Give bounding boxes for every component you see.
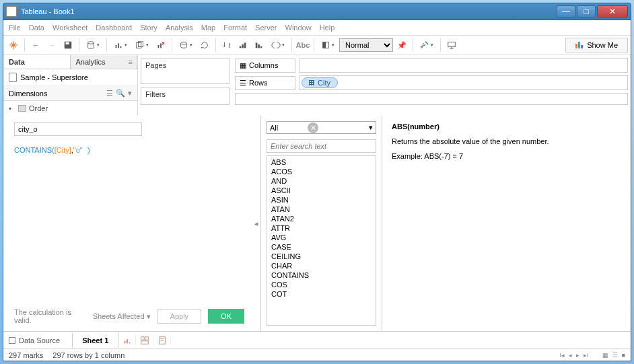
labels-button[interactable]: Abc (295, 38, 310, 52)
run-button[interactable] (197, 38, 212, 52)
svg-rect-24 (145, 336, 148, 339)
pill-city[interactable]: City (302, 77, 338, 88)
menu-data[interactable]: Data (29, 24, 44, 32)
tab-data[interactable]: Data (3, 55, 71, 69)
presentation-button[interactable] (444, 38, 459, 52)
viewsize-button[interactable] (318, 38, 338, 52)
clear-button[interactable] (153, 38, 168, 52)
collapse-handle[interactable]: ◂ (252, 116, 260, 331)
list-item[interactable]: ATTR (267, 223, 376, 233)
menu-format[interactable]: Format (223, 24, 247, 32)
dims-dropdown-icon[interactable]: ▾ (128, 89, 132, 98)
new-worksheet-button[interactable] (110, 38, 131, 52)
minimize-button[interactable]: — (557, 5, 575, 17)
list-item[interactable]: COT (267, 289, 376, 299)
function-help: ABS(number) Returns the absolute value o… (382, 116, 628, 331)
menu-dashboard[interactable]: Dashboard (96, 24, 132, 32)
sort-asc-button[interactable] (236, 38, 250, 52)
columns-shelf[interactable] (300, 58, 628, 73)
function-search-input[interactable] (267, 139, 376, 153)
pages-shelf[interactable]: Pages (141, 58, 230, 84)
sort-desc-button[interactable] (252, 38, 267, 52)
svg-rect-9 (160, 43, 162, 48)
rows-shelf[interactable]: City (300, 75, 628, 90)
calc-name-input[interactable] (14, 122, 142, 136)
menu-worksheet[interactable]: Worksheet (52, 24, 87, 32)
new-story-tab[interactable] (153, 336, 171, 345)
highlight-button[interactable] (417, 38, 437, 52)
list-item[interactable]: CEILING (267, 252, 376, 261)
menu-map[interactable]: Map (201, 24, 215, 32)
list-item[interactable]: CASE (267, 242, 376, 252)
new-worksheet-tab[interactable] (118, 336, 136, 345)
nav-next-icon[interactable]: ▸ (576, 352, 579, 359)
tab-sheet1[interactable]: Sheet 1 (73, 332, 118, 348)
nav-prev-icon[interactable]: ◂ (569, 352, 572, 359)
list-item[interactable]: ACOS (267, 167, 376, 176)
tree-order-folder[interactable]: ▾ Order (7, 104, 133, 113)
new-datasource-button[interactable] (83, 38, 103, 52)
list-item[interactable]: CONTAINS (267, 270, 376, 280)
back-button[interactable]: ← (28, 38, 43, 52)
search-icon[interactable]: 🔍 (116, 89, 125, 98)
menu-help[interactable]: Help (320, 24, 335, 32)
list-item[interactable]: CHAR (267, 261, 376, 270)
dimensions-header: Dimensions ☰ 🔍 ▾ (3, 86, 137, 101)
viz-canvas[interactable] (235, 93, 628, 105)
datasource-tab-icon (9, 337, 15, 344)
columns-icon: ▦ (240, 61, 246, 70)
folder-icon (18, 105, 26, 112)
show-me-button[interactable]: Show Me (565, 38, 628, 52)
nav-last-icon[interactable]: ▸I (584, 352, 589, 359)
svg-rect-18 (323, 42, 326, 48)
status-marks: 297 marks (9, 351, 43, 359)
duplicate-button[interactable] (132, 38, 152, 52)
list-item[interactable]: ASCII (267, 186, 376, 195)
columns-shelf-label: ▦Columns (235, 59, 295, 73)
menu-story[interactable]: Story (140, 24, 157, 32)
sheets-affected-dropdown[interactable]: Sheets Affected ▾ (93, 312, 151, 321)
view-full-icon[interactable]: ■ (622, 352, 625, 359)
caret-down-icon: ▾ (9, 106, 15, 112)
function-list[interactable]: ABS ACOS AND ASCII ASIN ATAN ATAN2 ATTR … (267, 155, 376, 326)
validation-msg: The calculation is valid. (14, 308, 86, 324)
dims-menu-icon[interactable]: ☰ (106, 89, 113, 98)
list-item[interactable]: AND (267, 176, 376, 186)
menu-server[interactable]: Server (255, 24, 277, 32)
pin-button[interactable]: 📌 (394, 38, 409, 52)
datasource-row[interactable]: Sample - Superstore (3, 69, 137, 86)
list-item[interactable]: COS (267, 280, 376, 289)
tab-analytics[interactable]: Analytics (71, 55, 138, 69)
view-list-icon[interactable]: ☰ (612, 352, 618, 359)
menu-file[interactable]: File (9, 24, 21, 32)
list-item[interactable]: ABS (267, 157, 376, 167)
close-button[interactable]: ✕ (597, 5, 628, 17)
group-button[interactable] (268, 38, 288, 52)
fit-select[interactable]: Normal (339, 38, 393, 52)
forward-button[interactable]: → (44, 38, 59, 52)
function-category-select[interactable]: All▾ (267, 121, 376, 134)
svg-rect-1 (66, 42, 69, 45)
list-item[interactable]: ATAN (267, 205, 376, 214)
list-item[interactable]: AVG (267, 233, 376, 242)
pages-label: Pages (145, 61, 225, 69)
tab-data-source[interactable]: Data Source (3, 333, 73, 348)
swap-button[interactable] (219, 38, 234, 52)
filters-shelf[interactable]: Filters (141, 87, 230, 105)
save-button[interactable] (61, 38, 75, 52)
menu-window[interactable]: Window (285, 24, 312, 32)
formula-editor[interactable]: CONTAINS([City],"o" ) (14, 145, 244, 155)
close-icon[interactable]: ✕ (308, 122, 318, 133)
list-item[interactable]: ASIN (267, 195, 376, 205)
new-dashboard-tab[interactable] (136, 336, 153, 345)
menu-analysis[interactable]: Analysis (166, 24, 193, 32)
autoupdate-button[interactable] (176, 38, 196, 52)
ok-button[interactable]: OK (208, 309, 244, 324)
list-item[interactable]: ATAN2 (267, 214, 376, 223)
nav-first-icon[interactable]: I◂ (560, 352, 565, 359)
tableau-logo-icon[interactable] (6, 38, 21, 52)
apply-button[interactable]: Apply (157, 309, 202, 324)
view-cards-icon[interactable]: ▦ (602, 352, 608, 359)
maximize-button[interactable]: □ (577, 5, 596, 17)
function-signature: ABS(number) (392, 122, 619, 131)
